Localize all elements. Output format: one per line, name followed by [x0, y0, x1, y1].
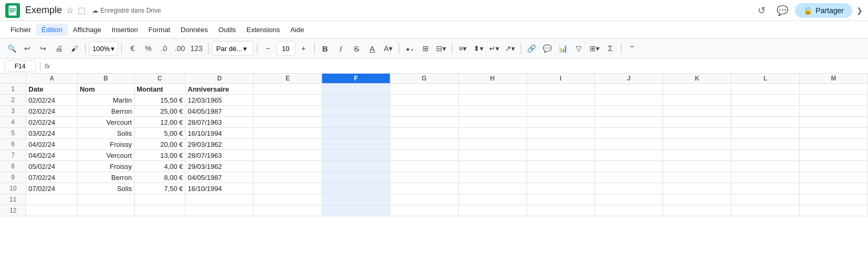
cell[interactable]	[77, 194, 134, 205]
cell[interactable]	[595, 106, 663, 117]
col-header-e[interactable]: E	[254, 74, 322, 84]
cell[interactable]	[663, 95, 731, 106]
cell[interactable]	[526, 172, 595, 183]
cell[interactable]	[254, 84, 322, 95]
table-row[interactable]: 202/02/24Martin15,50 €12/03/1965	[0, 95, 868, 106]
cell[interactable]	[595, 172, 663, 183]
cell[interactable]	[322, 172, 390, 183]
col-header-a[interactable]: A	[26, 74, 77, 84]
cell[interactable]	[254, 128, 322, 139]
cell[interactable]	[731, 117, 800, 128]
fill-color-button[interactable]: ⬥▾	[402, 41, 417, 56]
row-number[interactable]: 7	[0, 150, 26, 161]
redo-button[interactable]: ↪	[36, 41, 50, 56]
font-family-selector[interactable]: Par dé... ▾	[212, 41, 254, 56]
history-button[interactable]: ↺	[753, 2, 770, 19]
cell[interactable]: 4,00 €	[134, 161, 185, 172]
menu-format[interactable]: Format	[143, 24, 175, 36]
cell[interactable]	[800, 172, 868, 183]
cell[interactable]	[458, 139, 526, 150]
cell[interactable]	[390, 106, 458, 117]
cell[interactable]	[458, 194, 526, 205]
col-header-c[interactable]: C	[134, 74, 185, 84]
cell[interactable]	[254, 150, 322, 161]
italic-button[interactable]: I	[334, 41, 348, 56]
table-row[interactable]: 1DateNomMontantAnniversaire	[0, 84, 868, 95]
cell[interactable]: Froissy	[77, 161, 134, 172]
cell[interactable]	[322, 150, 390, 161]
cell[interactable]	[322, 205, 390, 216]
cell[interactable]	[526, 106, 595, 117]
cell[interactable]	[322, 194, 390, 205]
formula-input[interactable]	[54, 62, 864, 70]
align-button[interactable]: ≡▾	[456, 41, 470, 56]
share-button[interactable]: 🔒 Partager	[795, 3, 852, 18]
cell[interactable]	[254, 194, 322, 205]
text-color-button[interactable]: A▾	[381, 41, 396, 56]
rotate-button[interactable]: ↗▾	[503, 41, 518, 56]
cell[interactable]: Date	[26, 84, 77, 95]
table-row[interactable]: 604/02/24Froissy20,00 €29/03/1962	[0, 139, 868, 150]
strikethrough-button[interactable]: S	[349, 41, 364, 56]
col-header-k[interactable]: K	[663, 74, 731, 84]
cell[interactable]	[390, 117, 458, 128]
cell[interactable]: 04/05/1987	[185, 106, 254, 117]
cell[interactable]	[800, 117, 868, 128]
cell[interactable]: 20,00 €	[134, 139, 185, 150]
cell[interactable]: Martin	[77, 95, 134, 106]
cell[interactable]	[731, 106, 800, 117]
cell[interactable]	[458, 95, 526, 106]
cell[interactable]	[663, 194, 731, 205]
cell[interactable]	[800, 106, 868, 117]
cell[interactable]: 03/02/24	[26, 128, 77, 139]
menu-outils[interactable]: Outils	[213, 24, 241, 36]
table-row[interactable]: 1007/02/24Solis7,50 €16/10/1994	[0, 183, 868, 194]
cell[interactable]	[595, 194, 663, 205]
cell[interactable]: 25,00 €	[134, 106, 185, 117]
cell[interactable]	[322, 161, 390, 172]
cell[interactable]	[731, 183, 800, 194]
cell[interactable]	[254, 117, 322, 128]
menu-extensions[interactable]: Extensions	[241, 24, 285, 36]
cell[interactable]: 8,00 €	[134, 172, 185, 183]
row-number[interactable]: 6	[0, 139, 26, 150]
cell[interactable]	[390, 84, 458, 95]
borders-button[interactable]: ⊞	[418, 41, 433, 56]
star-icon[interactable]: ☆	[66, 5, 74, 15]
cell[interactable]: 04/02/24	[26, 139, 77, 150]
cell[interactable]	[595, 161, 663, 172]
cell[interactable]	[526, 128, 595, 139]
col-header-i[interactable]: I	[526, 74, 595, 84]
row-number[interactable]: 11	[0, 194, 26, 205]
hide-toolbar-button[interactable]: ⌃	[625, 41, 639, 56]
cell[interactable]	[458, 84, 526, 95]
cell[interactable]	[77, 205, 134, 216]
menu-insertion[interactable]: Insertion	[107, 24, 143, 36]
undo-button[interactable]: ↩	[20, 41, 35, 56]
col-header-b[interactable]: B	[77, 74, 134, 84]
row-number[interactable]: 12	[0, 205, 26, 216]
cell[interactable]	[26, 205, 77, 216]
table-row[interactable]: 402/02/24Vercourt12,00 €28/07/1963	[0, 117, 868, 128]
col-header-d[interactable]: D	[185, 74, 254, 84]
cell[interactable]	[390, 161, 458, 172]
cell[interactable]	[595, 139, 663, 150]
link-button[interactable]: 🔗	[524, 41, 539, 56]
font-size-decrease[interactable]: −	[261, 41, 275, 56]
cell[interactable]	[390, 150, 458, 161]
cell[interactable]	[254, 161, 322, 172]
cell[interactable]	[390, 128, 458, 139]
cell[interactable]	[595, 95, 663, 106]
cell[interactable]	[458, 172, 526, 183]
cell[interactable]: Anniversaire	[185, 84, 254, 95]
cell[interactable]: 5,00 €	[134, 128, 185, 139]
row-number[interactable]: 2	[0, 95, 26, 106]
search-button[interactable]: 🔍	[4, 41, 19, 56]
cell[interactable]	[458, 183, 526, 194]
cell[interactable]	[134, 194, 185, 205]
cell[interactable]	[185, 205, 254, 216]
cell[interactable]	[390, 183, 458, 194]
col-header-m[interactable]: M	[800, 74, 868, 84]
cell[interactable]	[322, 117, 390, 128]
cell[interactable]	[800, 95, 868, 106]
